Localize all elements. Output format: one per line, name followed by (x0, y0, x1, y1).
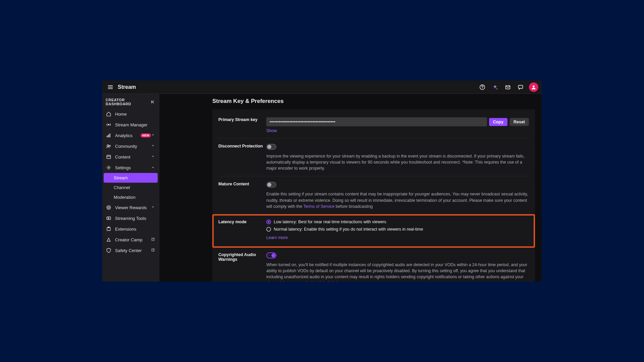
avatar[interactable] (529, 82, 538, 92)
radio-label: Low latency: Best for near real-time int… (274, 220, 386, 224)
camp-icon (106, 237, 112, 243)
sidebar-item-label: Settings (115, 165, 151, 170)
svg-point-15 (108, 167, 109, 168)
sub-item-label: Channel (114, 185, 130, 190)
chevron-down-icon (151, 205, 156, 210)
disconnect-toggle[interactable] (266, 144, 276, 150)
sidebar-item-stream-manager[interactable]: Stream Manager (102, 119, 159, 130)
sidebar-item-label: Analytics (115, 133, 139, 138)
tos-link[interactable]: Terms of Service (303, 204, 334, 209)
svg-point-7 (533, 85, 535, 87)
setting-description: Enable this setting if your stream conta… (266, 191, 529, 209)
external-link-icon (151, 248, 156, 253)
reset-button[interactable]: Reset (509, 118, 529, 126)
sidebar-item-viewer-rewards[interactable]: Viewer Rewards (102, 202, 159, 213)
learn-more-link[interactable]: Learn more (266, 235, 288, 240)
app-window: Stream CREATOR DASHBOARD (102, 80, 542, 282)
content-icon (106, 154, 112, 160)
chevron-down-icon (151, 133, 156, 138)
sidebar-item-community[interactable]: Community (102, 141, 159, 152)
sidebar-sub-channel[interactable]: Channel (102, 183, 159, 192)
copy-button[interactable]: Copy (489, 118, 507, 126)
sidebar-item-label: Content (115, 155, 151, 160)
sub-item-label: Stream (114, 175, 128, 180)
home-icon (106, 111, 112, 117)
sidebar-item-safety-center[interactable]: Safety Center (102, 245, 159, 256)
mature-toggle[interactable] (266, 182, 276, 188)
main-heading: Stream Key & Preferences (212, 98, 535, 105)
settings-panel: Primary Stream key Copy Reset Show Disco… (212, 109, 535, 282)
svg-point-16 (107, 205, 110, 209)
svg-rect-1 (108, 87, 113, 87)
extensions-icon (106, 226, 112, 232)
hamburger-icon[interactable] (106, 82, 115, 92)
tools-icon (106, 215, 112, 221)
sidebar-item-label: Extensions (115, 227, 156, 232)
setting-description: When turned on, you'll be notified if mu… (266, 262, 529, 282)
svg-point-12 (107, 145, 109, 146)
sidebar-item-label: Home (115, 112, 156, 117)
sidebar-item-label: Safety Center (115, 248, 151, 253)
setting-stream-key: Primary Stream key Copy Reset Show (218, 114, 529, 137)
rewards-icon (106, 204, 112, 210)
main-content: Stream Key & Preferences Primary Stream … (159, 94, 542, 282)
sidebar-item-home[interactable]: Home (102, 109, 159, 119)
sidebar-title: CREATOR DASHBOARD (106, 98, 150, 106)
inbox-icon[interactable] (503, 83, 512, 92)
help-icon[interactable] (478, 83, 487, 92)
radio-normal-latency[interactable]: Normal latency: Enable this setting if y… (266, 227, 529, 232)
sparkle-icon[interactable] (491, 83, 499, 92)
sidebar-item-settings[interactable]: Settings (102, 162, 159, 173)
external-link-icon (151, 237, 156, 242)
sidebar-sub-moderation[interactable]: Moderation (102, 192, 159, 202)
sidebar-item-streaming-tools[interactable]: Streaming Tools (102, 213, 159, 224)
svg-rect-14 (107, 155, 110, 159)
chevron-down-icon (151, 144, 156, 148)
sidebar-item-analytics[interactable]: Analytics NEW (102, 130, 159, 141)
analytics-icon (106, 132, 112, 138)
setting-label: Copyrighted Audio Warnings (218, 252, 266, 282)
setting-label: Mature Content (218, 182, 266, 209)
svg-rect-0 (108, 85, 113, 86)
setting-label: Disconnect Protection (218, 144, 266, 171)
collapse-icon[interactable] (150, 99, 156, 105)
setting-latency-mode: Latency mode Low latency: Best for near … (218, 220, 529, 244)
community-icon (106, 143, 112, 149)
setting-copyright-warnings: Copyrighted Audio Warnings ✓ When turned… (218, 249, 529, 282)
help-article-link[interactable]: in this Help Article (306, 281, 339, 282)
svg-point-17 (108, 207, 110, 208)
topbar-actions (478, 82, 538, 92)
sidebar-item-label: Viewer Rewards (115, 205, 151, 210)
sidebar-item-creator-camp[interactable]: Creator Camp (102, 234, 159, 245)
setting-label: Latency mode (218, 220, 266, 240)
sub-item-label: Moderation (114, 195, 136, 200)
setting-disconnect-protection: Disconnect Protection Improve the viewin… (218, 138, 529, 175)
sidebar: CREATOR DASHBOARD Home Stream Manager An… (102, 94, 159, 282)
svg-rect-11 (109, 133, 110, 137)
broadcast-icon (106, 122, 112, 128)
sidebar-header: CREATOR DASHBOARD (102, 96, 159, 109)
svg-rect-2 (108, 88, 113, 89)
svg-rect-9 (107, 136, 107, 137)
radio-low-latency[interactable]: Low latency: Best for near real-time int… (266, 220, 529, 224)
setting-mature-content: Mature Content Enable this setting if yo… (218, 176, 529, 213)
stream-key-input[interactable] (266, 117, 487, 126)
svg-point-13 (109, 145, 110, 146)
radio-icon (266, 227, 271, 232)
sidebar-item-label: Community (115, 144, 151, 149)
chevron-up-icon (151, 165, 156, 170)
radio-label: Normal latency: Enable this setting if y… (274, 227, 423, 232)
sidebar-sub-stream[interactable]: Stream (104, 173, 158, 183)
sidebar-item-content[interactable]: Content (102, 152, 159, 162)
copyright-toggle[interactable]: ✓ (266, 252, 276, 258)
svg-rect-6 (519, 85, 523, 88)
highlight-box: Latency mode Low latency: Best for near … (212, 214, 535, 248)
show-link[interactable]: Show (266, 128, 277, 133)
new-badge: NEW (141, 133, 151, 137)
setting-description: Improve the viewing experience for your … (266, 153, 529, 171)
setting-label: Primary Stream key (218, 117, 266, 133)
chat-icon[interactable] (516, 83, 525, 92)
topbar: Stream (102, 80, 542, 94)
sidebar-item-extensions[interactable]: Extensions (102, 224, 159, 234)
chevron-down-icon (151, 155, 156, 159)
